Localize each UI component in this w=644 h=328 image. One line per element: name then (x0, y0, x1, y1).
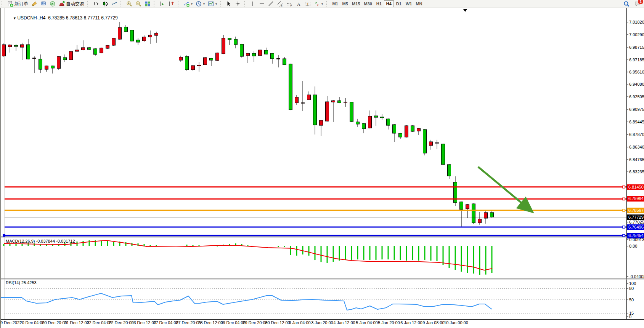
trendline-button[interactable] (267, 0, 276, 7)
macd-tick-label: 0.00 (629, 243, 644, 249)
price-tick-label: 6.83235 (629, 169, 644, 174)
collapse-triangle-icon[interactable]: ▼ (13, 16, 17, 20)
timeframe-H4[interactable]: H4 (384, 0, 394, 7)
candlestick-chart-button[interactable] (101, 0, 110, 7)
label-button[interactable]: T (303, 0, 312, 7)
candle-body (118, 27, 122, 39)
vertical-line-button[interactable] (248, 0, 257, 7)
indicators-button[interactable]: ▾ (182, 0, 194, 7)
toolbar-grip (244, 1, 247, 6)
candle-body (39, 59, 42, 69)
chart-shift-icon (169, 1, 175, 7)
time-label: 3 Jan 20:00 (311, 320, 333, 325)
candle-body (381, 117, 384, 118)
candle-body (283, 59, 286, 65)
search-button[interactable] (622, 0, 631, 7)
new-order-label: 新订单 (14, 1, 28, 7)
fibonacci-button[interactable]: F (285, 0, 294, 7)
candle-body (387, 119, 390, 125)
candle-body (94, 49, 97, 54)
candle-body (185, 56, 189, 70)
timeframe-H1[interactable]: H1 (374, 0, 384, 7)
notifications-button[interactable]: 1 (633, 0, 642, 7)
new-order-button[interactable]: 新订单 (6, 0, 30, 7)
candle-body (82, 48, 85, 50)
toolbar-grip (154, 1, 157, 6)
price-tick-label: 6.89445 (629, 119, 644, 125)
chart-window[interactable]: ▼ USDCNH-,H4 6.78285 6.78613 6.77711 6.7… (0, 8, 644, 328)
candle-body (417, 128, 421, 131)
toolbar-grip (326, 1, 329, 6)
templates-button[interactable]: ▾ (206, 0, 218, 7)
timeframe-M30[interactable]: M30 (362, 0, 374, 7)
new-order-icon (7, 1, 13, 7)
zoom-in-button[interactable] (125, 0, 134, 7)
metaeditor-button[interactable] (30, 0, 39, 7)
candle-body (338, 101, 341, 103)
timeframe-W1[interactable]: W1 (404, 0, 414, 7)
timeframe-toolbar: M1M5M15M30H1H4D1W1MN (330, 0, 424, 7)
candle-body (124, 27, 128, 32)
timeframe-M5[interactable]: M5 (340, 0, 350, 7)
candle-body (271, 53, 274, 59)
autotrading-button[interactable]: 自动交易 (57, 0, 86, 7)
candle-body (88, 48, 91, 50)
chevron-down-icon: ▾ (321, 2, 323, 6)
periods-button[interactable]: ▾ (194, 0, 206, 7)
price-tick-label: 6.94080 (629, 82, 644, 87)
candle-body (405, 126, 408, 137)
market-watch-button[interactable] (39, 0, 48, 7)
price-tick-label: 6.92505 (629, 94, 644, 99)
zoom-out-button[interactable] (134, 0, 143, 7)
time-label: 10 Jan 00:00 (444, 320, 468, 325)
macd-tick-label: -0.040081 (629, 274, 644, 279)
candle-body (14, 45, 18, 46)
time-label: 29 Dec 04:00 (220, 320, 245, 325)
price-tick-label: 6.98715 (629, 45, 644, 50)
channel-button[interactable]: E (276, 0, 285, 7)
candle-body (8, 45, 12, 47)
toolbar-grip (87, 1, 90, 6)
price-tick-label: 6.87870 (629, 132, 644, 137)
candle-body (448, 165, 451, 176)
mt4-window: 新订单 自动交易 (0, 0, 644, 328)
chevron-down-icon: ▾ (191, 2, 193, 6)
candle-body (460, 202, 463, 210)
crosshair-button[interactable] (233, 0, 243, 7)
timeframe-M1[interactable]: M1 (330, 0, 340, 7)
horizontal-line-button[interactable] (257, 0, 267, 7)
price-tick-label: 6.84765 (629, 157, 644, 162)
time-label: 22 Dec 04:00 (87, 320, 111, 325)
cursor-button[interactable] (224, 0, 233, 7)
price-tick-label: 6.86340 (629, 144, 644, 150)
tile-windows-button[interactable] (143, 0, 152, 7)
time-label: 5 Jan 04:00 (356, 320, 378, 325)
time-label: 4 Jan 12:00 (333, 320, 355, 325)
notification-badge: 1 (638, 0, 644, 5)
timeframe-M15[interactable]: M15 (350, 0, 362, 7)
candle-body (130, 30, 134, 41)
time-label: 23 Dec 12:00 (131, 320, 156, 325)
bar-chart-button[interactable] (92, 0, 101, 7)
timeframe-D1[interactable]: D1 (394, 0, 404, 7)
signals-button[interactable] (48, 0, 57, 7)
svg-text:F: F (291, 4, 292, 7)
hline-handle (623, 186, 625, 188)
candle-body (69, 51, 73, 60)
candlestick-chart-icon (102, 1, 108, 7)
text-button[interactable]: A (294, 0, 303, 7)
candle-body (411, 126, 414, 131)
arrows-button[interactable]: ▾ (312, 0, 324, 7)
quote-ohlc-label: 6.78285 6.78613 6.77711 6.77729 (48, 15, 118, 21)
timeframe-MN[interactable]: MN (414, 0, 424, 7)
price-tick-label: 6.97185 (629, 57, 644, 62)
chart-shift-button[interactable] (167, 0, 176, 7)
bar-chart-icon (93, 1, 99, 7)
line-chart-button[interactable] (110, 0, 119, 7)
candle-body (350, 102, 353, 122)
candle-body (442, 144, 445, 165)
candle-body (106, 45, 109, 48)
candle-body (51, 66, 55, 68)
auto-scroll-button[interactable] (158, 0, 167, 7)
candle-body (252, 53, 256, 56)
